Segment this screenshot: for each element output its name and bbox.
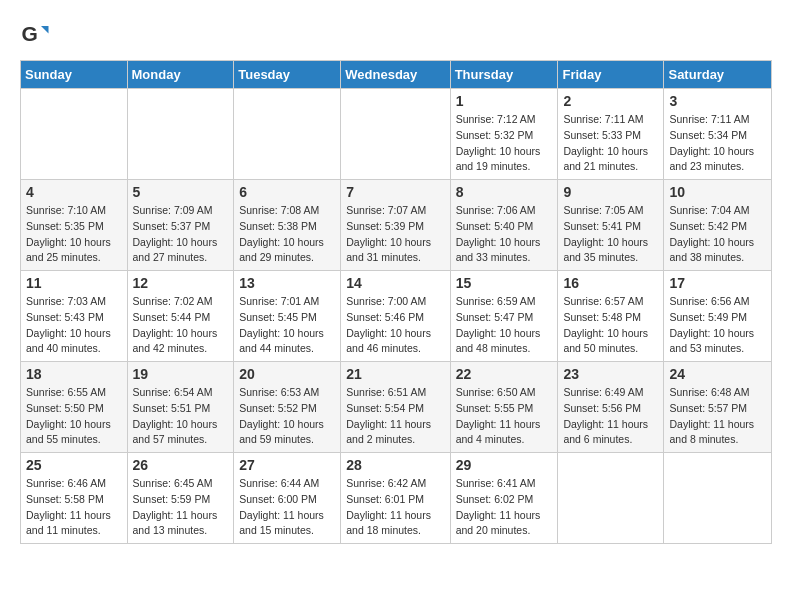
day-number: 8 [456, 184, 553, 200]
day-number: 19 [133, 366, 229, 382]
calendar-cell: 23Sunrise: 6:49 AMSunset: 5:56 PMDayligh… [558, 362, 664, 453]
day-number: 13 [239, 275, 335, 291]
day-info: Sunrise: 6:55 AMSunset: 5:50 PMDaylight:… [26, 385, 122, 448]
day-number: 4 [26, 184, 122, 200]
day-info: Sunrise: 6:56 AMSunset: 5:49 PMDaylight:… [669, 294, 766, 357]
calendar-cell: 1Sunrise: 7:12 AMSunset: 5:32 PMDaylight… [450, 89, 558, 180]
calendar-cell: 5Sunrise: 7:09 AMSunset: 5:37 PMDaylight… [127, 180, 234, 271]
svg-text:G: G [22, 22, 38, 45]
calendar-week-row: 18Sunrise: 6:55 AMSunset: 5:50 PMDayligh… [21, 362, 772, 453]
day-info: Sunrise: 7:01 AMSunset: 5:45 PMDaylight:… [239, 294, 335, 357]
day-number: 15 [456, 275, 553, 291]
calendar-cell: 9Sunrise: 7:05 AMSunset: 5:41 PMDaylight… [558, 180, 664, 271]
calendar-cell [341, 89, 450, 180]
day-number: 27 [239, 457, 335, 473]
day-number: 10 [669, 184, 766, 200]
calendar-cell: 18Sunrise: 6:55 AMSunset: 5:50 PMDayligh… [21, 362, 128, 453]
calendar-cell: 19Sunrise: 6:54 AMSunset: 5:51 PMDayligh… [127, 362, 234, 453]
day-info: Sunrise: 6:48 AMSunset: 5:57 PMDaylight:… [669, 385, 766, 448]
day-info: Sunrise: 7:06 AMSunset: 5:40 PMDaylight:… [456, 203, 553, 266]
calendar-cell: 11Sunrise: 7:03 AMSunset: 5:43 PMDayligh… [21, 271, 128, 362]
calendar-cell [127, 89, 234, 180]
day-number: 23 [563, 366, 658, 382]
day-number: 11 [26, 275, 122, 291]
svg-marker-1 [41, 26, 49, 34]
day-info: Sunrise: 7:07 AMSunset: 5:39 PMDaylight:… [346, 203, 444, 266]
calendar-cell [558, 453, 664, 544]
day-number: 29 [456, 457, 553, 473]
calendar-cell: 15Sunrise: 6:59 AMSunset: 5:47 PMDayligh… [450, 271, 558, 362]
calendar-cell: 3Sunrise: 7:11 AMSunset: 5:34 PMDaylight… [664, 89, 772, 180]
day-number: 22 [456, 366, 553, 382]
day-info: Sunrise: 7:09 AMSunset: 5:37 PMDaylight:… [133, 203, 229, 266]
header-friday: Friday [558, 61, 664, 89]
calendar-cell: 13Sunrise: 7:01 AMSunset: 5:45 PMDayligh… [234, 271, 341, 362]
day-info: Sunrise: 6:41 AMSunset: 6:02 PMDaylight:… [456, 476, 553, 539]
day-number: 24 [669, 366, 766, 382]
day-info: Sunrise: 7:05 AMSunset: 5:41 PMDaylight:… [563, 203, 658, 266]
calendar-cell: 14Sunrise: 7:00 AMSunset: 5:46 PMDayligh… [341, 271, 450, 362]
calendar-header-row: SundayMondayTuesdayWednesdayThursdayFrid… [21, 61, 772, 89]
page-header: G [20, 20, 772, 50]
day-info: Sunrise: 6:49 AMSunset: 5:56 PMDaylight:… [563, 385, 658, 448]
calendar-cell: 10Sunrise: 7:04 AMSunset: 5:42 PMDayligh… [664, 180, 772, 271]
header-tuesday: Tuesday [234, 61, 341, 89]
day-number: 5 [133, 184, 229, 200]
day-info: Sunrise: 7:00 AMSunset: 5:46 PMDaylight:… [346, 294, 444, 357]
header-monday: Monday [127, 61, 234, 89]
day-number: 25 [26, 457, 122, 473]
calendar-cell: 25Sunrise: 6:46 AMSunset: 5:58 PMDayligh… [21, 453, 128, 544]
calendar-cell: 29Sunrise: 6:41 AMSunset: 6:02 PMDayligh… [450, 453, 558, 544]
day-number: 6 [239, 184, 335, 200]
day-info: Sunrise: 7:12 AMSunset: 5:32 PMDaylight:… [456, 112, 553, 175]
calendar-cell: 20Sunrise: 6:53 AMSunset: 5:52 PMDayligh… [234, 362, 341, 453]
day-info: Sunrise: 7:10 AMSunset: 5:35 PMDaylight:… [26, 203, 122, 266]
header-wednesday: Wednesday [341, 61, 450, 89]
day-info: Sunrise: 6:54 AMSunset: 5:51 PMDaylight:… [133, 385, 229, 448]
day-info: Sunrise: 6:50 AMSunset: 5:55 PMDaylight:… [456, 385, 553, 448]
calendar-cell: 27Sunrise: 6:44 AMSunset: 6:00 PMDayligh… [234, 453, 341, 544]
calendar-week-row: 25Sunrise: 6:46 AMSunset: 5:58 PMDayligh… [21, 453, 772, 544]
day-info: Sunrise: 7:11 AMSunset: 5:33 PMDaylight:… [563, 112, 658, 175]
calendar-cell: 7Sunrise: 7:07 AMSunset: 5:39 PMDaylight… [341, 180, 450, 271]
day-number: 17 [669, 275, 766, 291]
day-number: 9 [563, 184, 658, 200]
calendar-cell: 16Sunrise: 6:57 AMSunset: 5:48 PMDayligh… [558, 271, 664, 362]
day-info: Sunrise: 6:57 AMSunset: 5:48 PMDaylight:… [563, 294, 658, 357]
day-info: Sunrise: 7:11 AMSunset: 5:34 PMDaylight:… [669, 112, 766, 175]
calendar-cell [234, 89, 341, 180]
day-number: 28 [346, 457, 444, 473]
calendar-cell: 28Sunrise: 6:42 AMSunset: 6:01 PMDayligh… [341, 453, 450, 544]
calendar-cell: 22Sunrise: 6:50 AMSunset: 5:55 PMDayligh… [450, 362, 558, 453]
calendar-cell [21, 89, 128, 180]
day-number: 1 [456, 93, 553, 109]
day-number: 2 [563, 93, 658, 109]
calendar-cell [664, 453, 772, 544]
day-number: 3 [669, 93, 766, 109]
day-number: 21 [346, 366, 444, 382]
header-thursday: Thursday [450, 61, 558, 89]
day-number: 20 [239, 366, 335, 382]
day-info: Sunrise: 6:44 AMSunset: 6:00 PMDaylight:… [239, 476, 335, 539]
header-saturday: Saturday [664, 61, 772, 89]
calendar-cell: 8Sunrise: 7:06 AMSunset: 5:40 PMDaylight… [450, 180, 558, 271]
day-info: Sunrise: 6:59 AMSunset: 5:47 PMDaylight:… [456, 294, 553, 357]
day-number: 12 [133, 275, 229, 291]
day-info: Sunrise: 6:42 AMSunset: 6:01 PMDaylight:… [346, 476, 444, 539]
day-info: Sunrise: 7:04 AMSunset: 5:42 PMDaylight:… [669, 203, 766, 266]
calendar-week-row: 4Sunrise: 7:10 AMSunset: 5:35 PMDaylight… [21, 180, 772, 271]
day-info: Sunrise: 7:03 AMSunset: 5:43 PMDaylight:… [26, 294, 122, 357]
calendar-cell: 26Sunrise: 6:45 AMSunset: 5:59 PMDayligh… [127, 453, 234, 544]
day-number: 16 [563, 275, 658, 291]
day-info: Sunrise: 7:08 AMSunset: 5:38 PMDaylight:… [239, 203, 335, 266]
day-info: Sunrise: 6:53 AMSunset: 5:52 PMDaylight:… [239, 385, 335, 448]
day-number: 26 [133, 457, 229, 473]
day-number: 14 [346, 275, 444, 291]
logo-icon: G [20, 20, 50, 50]
calendar-cell: 2Sunrise: 7:11 AMSunset: 5:33 PMDaylight… [558, 89, 664, 180]
day-number: 7 [346, 184, 444, 200]
header-sunday: Sunday [21, 61, 128, 89]
calendar-week-row: 11Sunrise: 7:03 AMSunset: 5:43 PMDayligh… [21, 271, 772, 362]
calendar-cell: 6Sunrise: 7:08 AMSunset: 5:38 PMDaylight… [234, 180, 341, 271]
day-info: Sunrise: 7:02 AMSunset: 5:44 PMDaylight:… [133, 294, 229, 357]
